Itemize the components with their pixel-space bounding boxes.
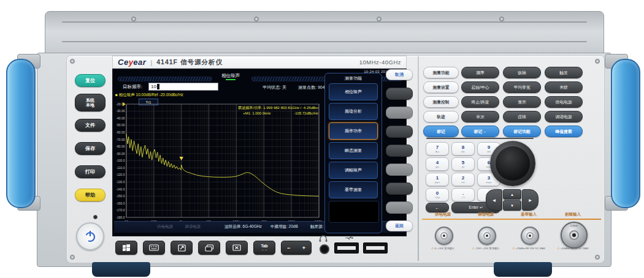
backspace-key[interactable]: ← bbox=[426, 203, 449, 212]
blank-softkey[interactable] bbox=[386, 145, 413, 157]
correlation-key[interactable]: 关联 bbox=[545, 81, 583, 93]
display-key[interactable]: 显示 bbox=[503, 96, 541, 108]
y-tick: -180.0 bbox=[116, 216, 125, 219]
blank-softkey[interactable] bbox=[386, 107, 413, 119]
key-0[interactable]: 0!@& bbox=[426, 188, 449, 201]
status-item: 波段选择: 6G-40GHz bbox=[224, 224, 262, 230]
key-5[interactable]: 5jkl bbox=[451, 157, 475, 171]
phase-noise-chart: -20.00-30.00-40.00-50.00-60.00-70.00-80.… bbox=[113, 101, 321, 230]
marker-key[interactable]: 标记 bbox=[423, 126, 459, 137]
rf-input-port[interactable]: 2.4mm bbox=[561, 222, 588, 249]
baseband-input-port-label: 基带输入 bbox=[509, 212, 548, 217]
frequency-key[interactable]: 频率 bbox=[461, 67, 499, 78]
rf-input-port-spec: ⚠+30dBm RF 0V DC MAX bbox=[550, 246, 596, 250]
menu-item-am-noise[interactable]: 调幅噪声 bbox=[329, 162, 378, 179]
y-tick: -120.0 bbox=[116, 173, 125, 176]
peak-search-key[interactable]: 峰值搜索 bbox=[545, 126, 583, 137]
supply-power-port[interactable] bbox=[435, 227, 453, 245]
file-button[interactable]: 文件 bbox=[75, 119, 105, 132]
chassis-top-cover bbox=[45, 11, 604, 56]
key-7[interactable]: 7A-a bbox=[426, 142, 449, 156]
panel-divider bbox=[418, 56, 419, 261]
mode-tab-label[interactable]: 相位噪声 bbox=[216, 73, 245, 79]
usb-port[interactable] bbox=[363, 242, 388, 254]
supply-power-port-label: 供电电源 bbox=[423, 212, 462, 217]
target-frequency-input[interactable]: 10 bbox=[148, 83, 218, 91]
usb-port[interactable] bbox=[334, 242, 359, 254]
blank-softkey[interactable] bbox=[386, 163, 413, 176]
close-window-key[interactable] bbox=[226, 241, 248, 255]
y-tick: -40.00 bbox=[116, 116, 125, 120]
start-center-key[interactable]: 起始/中心 bbox=[461, 81, 499, 93]
headphone-jack[interactable] bbox=[320, 244, 329, 254]
screw bbox=[595, 255, 600, 260]
system-local-button[interactable]: 系统本地 bbox=[75, 94, 105, 111]
menu-item-phase-noise[interactable]: 相位噪声 bbox=[329, 83, 378, 100]
help-button[interactable]: 帮助 bbox=[75, 189, 105, 201]
instrument-front-panel: 复位系统本地文件保存打印帮助 Ceyear | 4141F 信号源分析仪 10M… bbox=[0, 0, 644, 278]
tune-voltage-key[interactable]: 调谐电源 bbox=[545, 111, 583, 122]
meas-control-key[interactable]: 测量控制 bbox=[423, 96, 459, 108]
rotary-knob[interactable] bbox=[496, 146, 530, 181]
single-key[interactable]: 单次 bbox=[461, 111, 499, 122]
tune-voltage-port[interactable] bbox=[478, 227, 496, 245]
windows-key[interactable] bbox=[115, 241, 137, 255]
power-led bbox=[93, 215, 98, 219]
y-tick: -100.0 bbox=[116, 159, 125, 162]
window-switch-icon bbox=[205, 244, 214, 252]
lcd-screen: 10:24:03 2015/09/29 相位噪声 目标频率: 10 平均状态: … bbox=[112, 69, 407, 236]
print-button[interactable]: 打印 bbox=[75, 165, 105, 178]
key-8[interactable]: 8abc bbox=[451, 142, 475, 156]
menu-item-baseband-meas[interactable]: 基带测量 bbox=[329, 181, 378, 198]
key-1[interactable]: 1pqrs bbox=[426, 173, 449, 186]
key-4[interactable]: 4ghi bbox=[426, 157, 449, 171]
avg-bandwidth-key[interactable]: 平均带宽 bbox=[503, 81, 541, 93]
arrow-left-key[interactable]: ◀ bbox=[486, 189, 502, 211]
menu-item-spectrum-analysis[interactable]: 频谱分析 bbox=[329, 103, 378, 120]
key-2[interactable]: 2tuv bbox=[451, 173, 475, 186]
menu-item-freq-power[interactable]: 频率功率 bbox=[329, 122, 378, 140]
brand-logo: Ceyear bbox=[118, 58, 146, 67]
window-switch-key[interactable] bbox=[198, 241, 220, 255]
menu-item-transient-meas[interactable]: 瞬态测量 bbox=[329, 142, 378, 159]
reset-button[interactable]: 复位 bbox=[75, 74, 105, 87]
trace-key[interactable]: 轨迹 bbox=[423, 111, 459, 122]
volume-rocker[interactable]: −+ bbox=[281, 241, 312, 255]
left-handle[interactable] bbox=[6, 59, 36, 208]
y-tick: -170.0 bbox=[116, 208, 125, 212]
top-groove bbox=[62, 41, 586, 42]
right-handle[interactable] bbox=[611, 59, 640, 208]
blank-softkey[interactable] bbox=[386, 88, 413, 100]
meas-setup-key[interactable]: 测量设置 bbox=[423, 81, 459, 93]
screw bbox=[499, 17, 504, 21]
arrow-down-key[interactable]: ▼ bbox=[503, 200, 521, 211]
keyboard-key[interactable] bbox=[143, 241, 165, 255]
vertical-axis-key[interactable]: 纵轴 bbox=[503, 67, 541, 78]
supply-power-port-spec: ⚠0~+16V 直流输出 bbox=[420, 246, 466, 250]
meas-function-key[interactable]: 测量功能 bbox=[423, 67, 459, 78]
arrow-up-key[interactable]: ▲ bbox=[503, 189, 521, 200]
keyboard-icon bbox=[149, 244, 159, 251]
back-softkey[interactable]: 返回 bbox=[386, 220, 413, 231]
screw bbox=[254, 17, 259, 21]
marker-function-key[interactable]: 标记功能 bbox=[503, 126, 541, 137]
cancel-softkey[interactable]: 取消 bbox=[386, 69, 413, 80]
status-item: 供电电源 bbox=[157, 224, 173, 230]
trigger-key[interactable]: 触发 bbox=[545, 67, 583, 78]
key-dot[interactable]: .+*# bbox=[451, 188, 475, 201]
blank-softkey[interactable] bbox=[386, 182, 413, 195]
stop-span-key[interactable]: 终止/跨度 bbox=[461, 96, 499, 108]
marker-freq-annotation: +M1: 1.000 0kHz bbox=[243, 111, 271, 115]
power-button[interactable] bbox=[76, 222, 104, 250]
blank-softkey[interactable] bbox=[386, 126, 413, 138]
supply-power-key[interactable]: 供电电源 bbox=[545, 96, 583, 108]
continuous-key[interactable]: 连续 bbox=[503, 111, 541, 122]
model-nameplate: Ceyear | 4141F 信号源分析仪 10MHz-40GHz bbox=[112, 56, 407, 69]
tab-key[interactable]: Tab← → bbox=[253, 241, 275, 255]
baseband-input-port[interactable] bbox=[521, 227, 539, 245]
resize-key[interactable] bbox=[171, 241, 193, 255]
arrow-right-key[interactable]: ▶ bbox=[522, 189, 539, 211]
marker-to-key[interactable]: 标记→ bbox=[461, 126, 499, 137]
blank-softkey[interactable] bbox=[386, 201, 413, 214]
save-button[interactable]: 保存 bbox=[75, 142, 105, 155]
